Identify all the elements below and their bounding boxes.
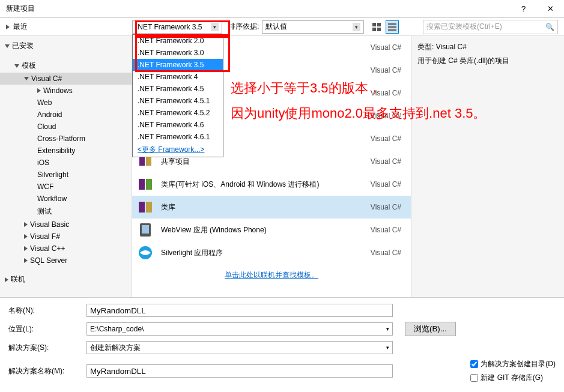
- sidebar-item[interactable]: Web: [0, 97, 132, 109]
- location-combo[interactable]: E:\Csharp_code\: [86, 322, 393, 336]
- template-lang: Visual C#: [371, 43, 401, 52]
- chevron-right-icon: [24, 222, 28, 227]
- search-input[interactable]: 搜索已安装模板(Ctrl+E) 🔍: [423, 20, 558, 34]
- sidebar-installed[interactable]: 已安装: [0, 39, 132, 53]
- framework-option[interactable]: .NET Framework 4.5.2: [133, 107, 223, 119]
- svg-rect-1: [377, 23, 381, 26]
- template-lang: Visual C#: [371, 134, 401, 143]
- close-button[interactable]: ✕: [537, 0, 564, 17]
- git-checkbox[interactable]: [470, 374, 478, 382]
- sidebar-item[interactable]: Visual F#: [0, 231, 132, 243]
- sidebar-item[interactable]: Cloud: [0, 121, 132, 133]
- svg-rect-5: [388, 26, 396, 28]
- template-lang: Visual C#: [371, 180, 401, 188]
- svg-rect-16: [139, 179, 145, 190]
- sidebar-templates[interactable]: 模板: [0, 59, 132, 73]
- sidebar-item[interactable]: Visual Basic: [0, 219, 132, 231]
- template-name: WebView 应用 (Windows Phone): [161, 225, 371, 235]
- chevron-right-icon: [24, 246, 28, 251]
- help-button[interactable]: ?: [510, 0, 537, 17]
- template-name: 类库(可针对 iOS、Android 和 Windows 进行移植): [161, 179, 371, 190]
- location-label: 位置(L):: [8, 324, 86, 334]
- sidebar-item[interactable]: 测试: [0, 205, 132, 219]
- svg-rect-6: [388, 29, 396, 31]
- framework-selected: .NET Framework 3.5: [136, 23, 202, 31]
- create-dir-checkbox[interactable]: [470, 360, 478, 368]
- framework-more-link[interactable]: <更多 Framework...>: [133, 143, 223, 157]
- sidebar-item[interactable]: iOS: [0, 157, 132, 169]
- template-lang: Visual C#: [371, 112, 401, 120]
- online-templates-link[interactable]: 单击此处以联机并查找模板。: [225, 271, 318, 279]
- name-input[interactable]: [86, 304, 393, 317]
- chevron-down-icon: [24, 77, 29, 80]
- sidebar-item[interactable]: Cross-Platform: [0, 133, 132, 145]
- solution-name-input[interactable]: [86, 364, 393, 378]
- view-list-button[interactable]: [386, 20, 399, 34]
- sidebar-item[interactable]: Workflow: [0, 193, 132, 205]
- framework-option[interactable]: .NET Framework 3.0: [133, 47, 223, 59]
- svg-rect-19: [146, 202, 152, 213]
- chevron-right-icon: [24, 234, 28, 239]
- template-lang: Visual C#: [371, 157, 401, 166]
- framework-option[interactable]: .NET Framework 4: [133, 71, 223, 83]
- online-link-row: 单击此处以联机并查找模板。: [132, 264, 411, 286]
- search-placeholder: 搜索已安装模板(Ctrl+E): [426, 22, 502, 32]
- template-lang: Visual C#: [371, 89, 401, 97]
- svg-rect-4: [388, 23, 396, 25]
- svg-rect-18: [139, 202, 145, 213]
- svg-rect-3: [377, 28, 381, 31]
- browse-button[interactable]: 浏览(B)...: [405, 322, 456, 336]
- bottom-form: 名称(N): 位置(L): E:\Csharp_code\ 浏览(B)... 解…: [0, 297, 564, 392]
- sidebar-item[interactable]: Visual C#: [0, 73, 132, 85]
- svg-rect-15: [146, 157, 151, 166]
- sort-dropdown[interactable]: 默认值: [262, 20, 364, 34]
- template-row[interactable]: 类库Visual C#: [132, 196, 411, 219]
- framework-option[interactable]: .NET Framework 4.6: [133, 119, 223, 131]
- sidebar-item[interactable]: Android: [0, 109, 132, 121]
- template-lang: Visual C#: [371, 66, 401, 74]
- toolbar: 最近 .NET Framework 3.5 .NET Framework 2.0…: [0, 18, 564, 36]
- description: 用于创建 C# 类库(.dll)的项目: [417, 56, 558, 66]
- template-row[interactable]: 类库(可针对 iOS、Android 和 Windows 进行移植)Visual…: [132, 173, 411, 196]
- svg-rect-21: [142, 225, 149, 234]
- template-lang: Visual C#: [371, 203, 401, 211]
- framework-option[interactable]: .NET Framework 4.5.1: [133, 95, 223, 107]
- framework-option[interactable]: .NET Framework 2.0: [133, 35, 223, 47]
- template-row[interactable]: Silverlight 应用程序Visual C#: [132, 241, 411, 264]
- framework-option[interactable]: .NET Framework 3.5: [133, 59, 223, 71]
- sidebar-item[interactable]: Visual C++: [0, 243, 132, 255]
- template-icon: [137, 222, 154, 238]
- view-grid-button[interactable]: [370, 20, 383, 34]
- sidebar-item[interactable]: WCF: [0, 181, 132, 193]
- git-checkbox-row[interactable]: 新建 GIT 存储库(G): [470, 373, 556, 383]
- list-icon: [388, 23, 396, 31]
- framework-option[interactable]: .NET Framework 4.6.1: [133, 131, 223, 143]
- sidebar-online[interactable]: 联机: [0, 273, 132, 286]
- framework-dropdown[interactable]: .NET Framework 3.5 .NET Framework 2.0.NE…: [132, 20, 222, 34]
- grid-icon: [372, 23, 381, 31]
- framework-dropdown-list: .NET Framework 2.0.NET Framework 3.0.NET…: [132, 34, 223, 157]
- svg-rect-17: [146, 179, 152, 190]
- titlebar: 新建项目 ? ✕: [0, 0, 564, 18]
- chevron-down-icon: [14, 64, 19, 68]
- solution-label: 解决方案(S):: [8, 343, 86, 353]
- sidebar-item[interactable]: Silverlight: [0, 169, 132, 181]
- recent-header[interactable]: 最近: [6, 22, 132, 32]
- svg-rect-2: [372, 28, 376, 31]
- create-dir-checkbox-row[interactable]: 为解决方案创建目录(D): [470, 359, 556, 369]
- sort-label: 排序依据:: [228, 22, 259, 32]
- recent-label: 最近: [13, 22, 28, 32]
- search-icon[interactable]: 🔍: [545, 23, 554, 31]
- svg-rect-0: [372, 23, 376, 26]
- chevron-right-icon: [24, 258, 28, 263]
- template-row[interactable]: WebView 应用 (Windows Phone)Visual C#: [132, 219, 411, 241]
- main-area: 已安装 模板 Visual C#WindowsWebAndroidCloudCr…: [0, 36, 564, 297]
- framework-option[interactable]: .NET Framework 4.5: [133, 83, 223, 95]
- sidebar-item[interactable]: Extensibility: [0, 145, 132, 157]
- sidebar-item[interactable]: SQL Server: [0, 255, 132, 267]
- template-lang: Visual C#: [371, 226, 401, 234]
- sidebar-item[interactable]: Windows: [0, 85, 132, 97]
- template-icon: [137, 244, 154, 261]
- solution-combo[interactable]: 创建新解决方案: [86, 341, 393, 354]
- type-value: Visual C#: [436, 43, 467, 51]
